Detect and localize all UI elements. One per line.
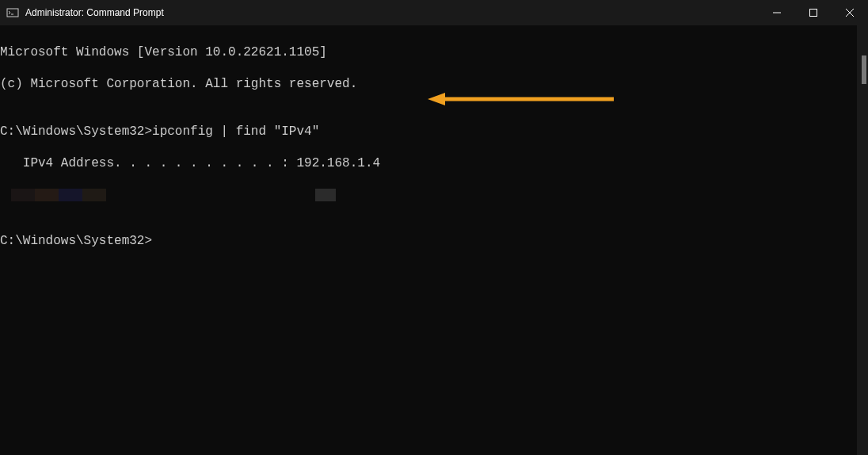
maximize-button[interactable] xyxy=(795,0,832,25)
redacted-block xyxy=(82,189,106,201)
console-output[interactable]: Microsoft Windows [Version 10.0.22621.11… xyxy=(0,25,868,265)
console-output-line: IPv4 Address. . . . . . . . . . . : 192.… xyxy=(0,155,868,171)
scrollbar-track[interactable] xyxy=(857,25,868,455)
minimize-button[interactable] xyxy=(759,0,795,25)
redacted-row xyxy=(11,189,868,201)
redacted-block xyxy=(59,189,82,201)
redacted-block xyxy=(35,189,59,201)
svg-rect-3 xyxy=(810,10,817,17)
console-line: Microsoft Windows [Version 10.0.22621.11… xyxy=(0,44,868,60)
console-prompt: C:\Windows\System32> xyxy=(0,233,868,249)
window-title: Administrator: Command Prompt xyxy=(25,7,164,18)
redacted-block xyxy=(315,189,336,201)
redacted-block xyxy=(11,189,35,201)
titlebar: Administrator: Command Prompt xyxy=(0,0,868,25)
cmd-icon xyxy=(6,6,19,19)
close-button[interactable] xyxy=(832,0,868,25)
console-prompt-line: C:\Windows\System32>ipconfig | find "IPv… xyxy=(0,124,868,140)
window-controls xyxy=(759,0,868,25)
console-line: (c) Microsoft Corporation. All rights re… xyxy=(0,76,868,92)
scrollbar-thumb[interactable] xyxy=(862,55,866,84)
svg-rect-0 xyxy=(7,9,18,17)
titlebar-left: Administrator: Command Prompt xyxy=(6,6,164,19)
